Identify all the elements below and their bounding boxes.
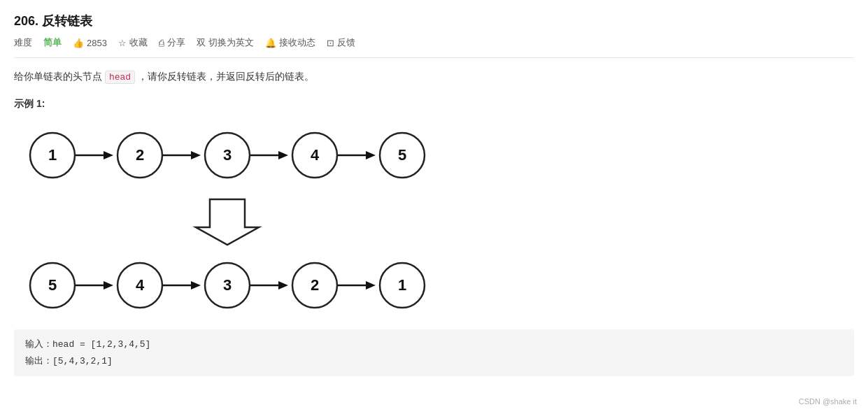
svg-marker-15 xyxy=(366,151,376,159)
svg-marker-34 xyxy=(366,281,376,290)
output-line: 输出：[5,4,3,2,1] xyxy=(25,353,843,369)
feedback-label: 反馈 xyxy=(337,36,355,49)
watermark: CSDN @shake it xyxy=(799,397,857,406)
output-label: 输出： xyxy=(25,356,52,366)
diagram-area: 1 2 3 4 5 xyxy=(14,120,854,322)
share-icon: ⎙ xyxy=(159,38,164,48)
down-arrow-diagram xyxy=(14,192,518,248)
svg-text:1: 1 xyxy=(48,146,57,164)
notification-action[interactable]: 🔔 接收动态 xyxy=(265,36,315,49)
problem-title: 206. 反转链表 xyxy=(14,13,854,29)
svg-marker-18 xyxy=(196,199,259,245)
svg-text:4: 4 xyxy=(311,146,320,164)
head-code: head xyxy=(105,71,135,84)
svg-marker-30 xyxy=(278,281,288,290)
share-action[interactable]: ⎙ 分享 xyxy=(159,36,185,49)
meta-row: 难度 简单 👍 2853 ☆ 收藏 ⎙ 分享 双 切换为英文 🔔 接收动态 ⊡ … xyxy=(14,36,854,58)
page-container: 206. 反转链表 难度 简单 👍 2853 ☆ 收藏 ⎙ 分享 双 切换为英文… xyxy=(0,0,868,414)
problem-description: 给你单链表的头节点 head ，请你反转链表，并返回反转后的链表。 xyxy=(14,68,854,85)
svg-marker-26 xyxy=(191,281,201,290)
input-line: 输入：head = [1,2,3,4,5] xyxy=(25,336,843,352)
output-value: [5,4,3,2,1] xyxy=(52,356,113,366)
thumbs-up-icon: 👍 xyxy=(73,38,84,48)
svg-text:3: 3 xyxy=(223,146,232,164)
share-label: 分享 xyxy=(167,36,185,49)
svg-marker-11 xyxy=(278,151,288,159)
likes-count: 2853 xyxy=(87,38,107,48)
svg-marker-22 xyxy=(104,281,113,290)
feedback-icon: ⊡ xyxy=(327,38,334,48)
notification-label: 接收动态 xyxy=(279,36,315,49)
difficulty-value: 简单 xyxy=(43,36,62,49)
example-io-block: 输入：head = [1,2,3,4,5] 输出：[5,4,3,2,1] xyxy=(14,329,854,376)
switch-lang-label: 切换为英文 xyxy=(208,36,254,49)
star-icon: ☆ xyxy=(118,38,127,48)
svg-text:3: 3 xyxy=(223,276,232,294)
input-value: head = [1,2,3,4,5] xyxy=(52,339,150,350)
feedback-action[interactable]: ⊡ 反馈 xyxy=(327,36,355,49)
collect-label: 收藏 xyxy=(129,36,148,49)
reversed-list-diagram: 5 4 3 2 1 xyxy=(14,250,518,320)
original-list-diagram: 1 2 3 4 5 xyxy=(14,120,518,190)
svg-text:2: 2 xyxy=(311,276,319,294)
input-label: 输入： xyxy=(25,339,52,350)
svg-marker-3 xyxy=(104,151,113,159)
collect-action[interactable]: ☆ 收藏 xyxy=(118,36,148,49)
svg-text:1: 1 xyxy=(398,276,406,294)
switch-lang-action[interactable]: 双 切换为英文 xyxy=(197,36,254,49)
difficulty-label: 难度 xyxy=(14,36,32,49)
svg-text:5: 5 xyxy=(48,276,57,294)
translate-icon: 双 xyxy=(197,36,206,49)
bell-icon: 🔔 xyxy=(265,38,276,48)
svg-text:2: 2 xyxy=(136,146,144,164)
svg-marker-7 xyxy=(191,151,201,159)
svg-text:5: 5 xyxy=(398,146,406,164)
svg-text:4: 4 xyxy=(136,276,145,294)
example-title: 示例 1: xyxy=(14,98,854,110)
likes-action[interactable]: 👍 2853 xyxy=(73,38,107,48)
